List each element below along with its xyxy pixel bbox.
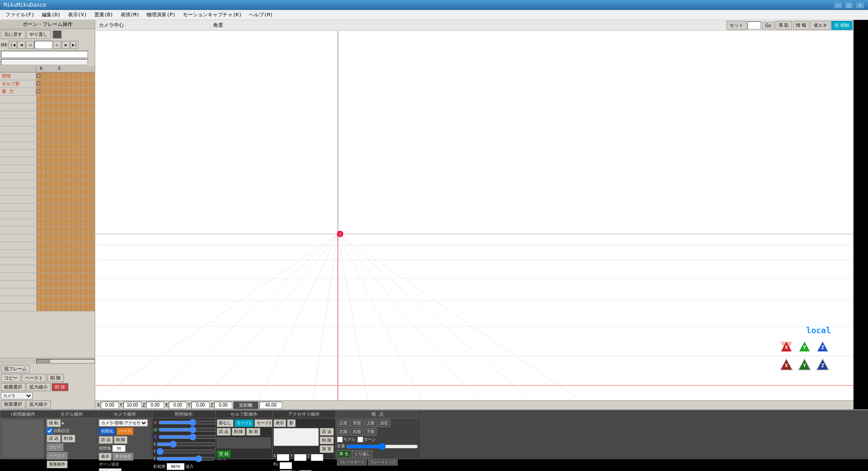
- top-view-button[interactable]: 上面: [364, 419, 377, 427]
- model-read-button[interactable]: 読 込: [47, 435, 61, 442]
- accessory-shadow-button[interactable]: 影: [287, 419, 296, 427]
- keyframe-diamond[interactable]: [37, 74, 40, 78]
- maximize-button[interactable]: □: [844, 1, 853, 9]
- z-rotate-button[interactable]: Z: [814, 339, 831, 355]
- power-button[interactable]: 省エネ: [810, 21, 830, 30]
- keyframe-diamond[interactable]: [37, 89, 40, 93]
- y-input2[interactable]: [191, 402, 210, 409]
- x-rotate-button[interactable]: X: [778, 339, 795, 355]
- paste-button[interactable]: ペースト: [22, 374, 46, 382]
- menu-edit[interactable]: 編集(D): [38, 10, 64, 19]
- redo-button[interactable]: やり直し: [26, 30, 51, 39]
- green-slider[interactable]: [158, 428, 217, 432]
- no-shadow-button[interactable]: 影なし: [217, 419, 234, 427]
- accessory-list[interactable]: [273, 428, 319, 446]
- rotate-button[interactable]: 回 転: [47, 419, 61, 427]
- frame-next-button[interactable]: ▶: [62, 41, 70, 49]
- light-z-slider[interactable]: [156, 457, 215, 461]
- bone-checkbox[interactable]: [357, 437, 363, 442]
- close-button[interactable]: ✕: [855, 1, 864, 9]
- back-view-button[interactable]: 背面: [351, 419, 363, 427]
- menu-physics[interactable]: 物理演算(P): [143, 10, 179, 19]
- menu-help[interactable]: ヘルプ(H): [245, 10, 277, 19]
- acc-z-input[interactable]: [311, 454, 323, 461]
- menu-expression[interactable]: 表情(M): [117, 10, 143, 19]
- accessory-display-button[interactable]: 表示: [273, 419, 286, 427]
- left-view-button[interactable]: 左面: [337, 428, 350, 436]
- loop-button[interactable]: くり返し: [352, 450, 373, 458]
- frame-prev-button[interactable]: ◀: [17, 41, 25, 49]
- shadow-del-button[interactable]: 削 除: [232, 428, 246, 436]
- light-x-slider[interactable]: [156, 442, 215, 446]
- coord-axis-button[interactable]: 座 標軸: [831, 21, 853, 30]
- z-move-button[interactable]: Z: [814, 357, 831, 373]
- light-y-slider[interactable]: [156, 450, 215, 453]
- max-button[interactable]: 拡大縮小: [26, 400, 51, 408]
- camera-edit-button[interactable]: 骨子保存: [112, 453, 133, 461]
- acc-y-input[interactable]: [294, 454, 307, 461]
- shadow-add-button[interactable]: 加 宣: [246, 428, 260, 436]
- x-move-button[interactable]: X: [778, 357, 795, 373]
- camera-select[interactable]: カメラ: [1, 392, 33, 399]
- frame-stop-button[interactable]: フレーストップ: [368, 459, 398, 466]
- minimize-button[interactable]: —: [834, 1, 843, 9]
- frame-display-button[interactable]: 框面選択: [1, 400, 25, 408]
- volume-slider[interactable]: [346, 444, 418, 449]
- menu-view[interactable]: 表示(V): [64, 10, 91, 19]
- frame-last-button[interactable]: ▶|: [70, 41, 78, 49]
- delete-button[interactable]: 削 除: [52, 383, 68, 391]
- info-button[interactable]: 情 報: [793, 21, 809, 30]
- beauty-button[interactable]: 美 彩: [775, 21, 792, 30]
- x-input2[interactable]: [169, 402, 187, 409]
- near-far-button[interactable]: 近距離: [233, 401, 258, 409]
- camera-mode-select[interactable]: カメラ-照明-アクセサリ: [99, 419, 148, 427]
- menu-motioncap[interactable]: モーションキャプチャ(K): [179, 10, 245, 19]
- bottom-view-button[interactable]: 下面: [364, 428, 377, 436]
- morph-button[interactable]: 形形操作: [47, 461, 68, 468]
- copy-button[interactable]: コピー: [1, 374, 21, 382]
- acc-rx-input[interactable]: [279, 462, 292, 469]
- range-select-button[interactable]: 範囲選択: [1, 383, 25, 391]
- keyframe-diamond[interactable]: [37, 82, 40, 85]
- menu-file[interactable]: ファイル(F): [2, 10, 38, 19]
- play-button[interactable]: 再 生: [337, 450, 351, 458]
- menu-scene[interactable]: 置業(B): [91, 10, 117, 19]
- persp-input[interactable]: [112, 445, 126, 452]
- bone-follow-select[interactable]: なし: [99, 468, 122, 471]
- model-del-button[interactable]: 削 除: [62, 435, 76, 442]
- frame-step-back-button[interactable]: ◁: [26, 41, 34, 49]
- bone-list-area[interactable]: 照明 セルフ影 重 力 // Generate em: [0, 73, 95, 358]
- camera-read-button[interactable]: 読 込: [99, 436, 113, 444]
- y-move-button[interactable]: Y: [796, 357, 813, 373]
- delete-key-button[interactable]: 削 除: [47, 374, 64, 382]
- mode2-button[interactable]: モード2: [254, 419, 273, 427]
- shadow-register-button[interactable]: 登 録: [217, 450, 231, 458]
- frame-value-input[interactable]: 0: [747, 21, 761, 29]
- camera-display-button[interactable]: 表示: [99, 453, 112, 461]
- auto-set-check[interactable]: [47, 428, 53, 434]
- model-paste-button[interactable]: ペースト: [47, 452, 68, 460]
- mode1-button[interactable]: モード1: [234, 419, 254, 427]
- frame-step-forward-button[interactable]: ▷: [53, 41, 61, 49]
- accessory-del-button[interactable]: 削 除: [320, 437, 334, 444]
- right-view-button[interactable]: 右面: [351, 428, 363, 436]
- z-input2[interactable]: [214, 402, 232, 409]
- y-rotate-button[interactable]: Y: [796, 339, 813, 355]
- go-button[interactable]: Go: [762, 22, 774, 29]
- shadow-range-input[interactable]: [166, 463, 185, 470]
- model-copy-button[interactable]: コピー: [47, 443, 63, 451]
- accessory-add-button[interactable]: 加 宣: [320, 445, 334, 453]
- frame-first-button[interactable]: |◀: [9, 41, 17, 49]
- camera-patch-button[interactable]: バース: [117, 427, 133, 435]
- front-view-button[interactable]: 正面: [337, 419, 350, 427]
- current-frame-button[interactable]: 現フレーム: [1, 365, 30, 373]
- camera-del-button[interactable]: 削 除: [114, 436, 128, 444]
- frame-input[interactable]: 0: [34, 41, 53, 49]
- search-input[interactable]: [1, 51, 88, 58]
- acc-x-input[interactable]: [277, 454, 289, 461]
- expand-button[interactable]: 拡大縮小: [26, 383, 51, 391]
- viewport-canvas[interactable]: local X Y: [95, 31, 853, 400]
- x-input1[interactable]: [101, 402, 119, 409]
- follow-button[interactable]: 追従: [378, 419, 390, 427]
- blue-slider[interactable]: [158, 435, 217, 439]
